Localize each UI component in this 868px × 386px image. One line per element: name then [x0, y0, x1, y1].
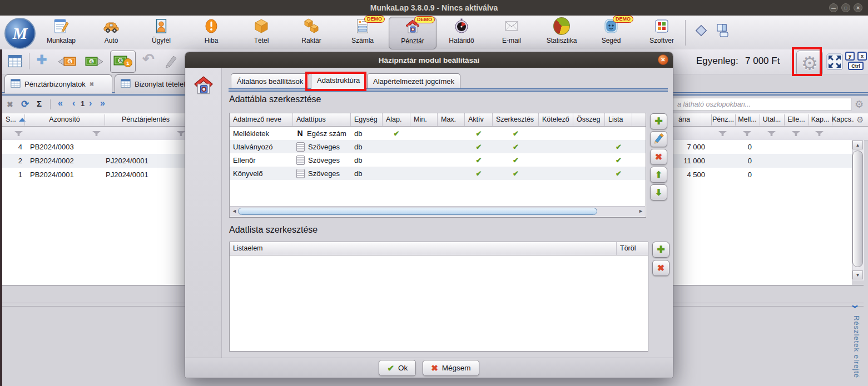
- toolbar-item-ugyfel[interactable]: Ügyfél: [138, 17, 185, 48]
- tab-penztarbizonylatok[interactable]: Pénztárbizonylatok ✖: [4, 74, 112, 93]
- dt-col-header[interactable]: Összeg: [573, 113, 605, 126]
- list-col-header[interactable]: Töröl: [617, 242, 648, 255]
- toolbar-item-email[interactable]: E-mail: [488, 17, 535, 48]
- toolbar-item-penztar[interactable]: DEMO Pénztár: [389, 17, 437, 49]
- delete-field-button[interactable]: ✖: [650, 149, 667, 165]
- col-header-penz[interactable]: Pénz...: [711, 116, 735, 123]
- dt-col-header[interactable]: Max.: [438, 113, 465, 126]
- toolbar-item-hiba[interactable]: Hiba: [188, 17, 235, 48]
- toolbar-item-raktar[interactable]: Raktár: [288, 17, 335, 48]
- clear-filter-icon[interactable]: ✖: [7, 100, 13, 109]
- dt-col-header[interactable]: Alap.: [383, 113, 410, 126]
- pager-last-icon[interactable]: »: [100, 98, 105, 108]
- dt-col-header[interactable]: Szerkesztés: [493, 113, 539, 126]
- table-icon[interactable]: [8, 54, 22, 71]
- filter-funnel-icon[interactable]: [767, 131, 776, 136]
- col-header-elle[interactable]: Elle...: [784, 116, 809, 123]
- col-header-azonosito[interactable]: Azonosító: [24, 116, 105, 123]
- svg-text:$: $: [119, 58, 122, 63]
- plus-icon: ✚: [657, 244, 664, 255]
- dt-col-header[interactable]: Aktív: [465, 113, 493, 126]
- toolbar-item-szamla[interactable]: DEMO Számla: [339, 17, 386, 48]
- filter-funnel-icon[interactable]: [743, 131, 751, 136]
- scroll-down-icon[interactable]: ▼: [852, 270, 863, 279]
- pager-next-icon[interactable]: ›: [89, 98, 92, 108]
- dialog-close-icon[interactable]: ✕: [658, 54, 668, 65]
- tab-close-icon[interactable]: ✖: [90, 81, 94, 87]
- column-search-input[interactable]: [672, 98, 851, 111]
- fullscreen-icon[interactable]: [826, 53, 843, 72]
- car-icon: [103, 17, 120, 36]
- move-down-button[interactable]: ⬇: [650, 184, 667, 200]
- toolbar-item-auto[interactable]: Autó: [88, 17, 135, 48]
- col-header-kap[interactable]: Kap...: [809, 116, 832, 123]
- column-settings-gear-icon[interactable]: ⚙: [856, 115, 864, 125]
- filter-funnel-icon[interactable]: [792, 131, 800, 136]
- filter-funnel-icon[interactable]: [14, 131, 23, 136]
- filter-funnel-icon[interactable]: [718, 131, 727, 136]
- sum-icon[interactable]: Σ: [37, 99, 42, 108]
- toolbar-item-seged[interactable]: DEMO Segéd: [588, 17, 634, 48]
- cash-report-button[interactable]: $1: [110, 51, 136, 73]
- money-in-icon[interactable]: $: [57, 53, 78, 72]
- diamond-icon[interactable]: [694, 23, 708, 40]
- deadline-clock-icon: [453, 17, 470, 36]
- toolbar-item-tetel[interactable]: Tétel: [238, 17, 285, 48]
- dt-col-header[interactable]: Lista: [605, 113, 632, 126]
- dialog-tab-jogcimek[interactable]: Alapértelmezett jogcímek: [367, 73, 460, 88]
- filter-funnel-icon[interactable]: [177, 131, 185, 136]
- scrollbar-thumb[interactable]: [238, 208, 597, 215]
- dt-col-header[interactable]: Adatmező neve: [230, 113, 293, 126]
- refresh-icon[interactable]: ⟳: [21, 98, 29, 110]
- dt-col-header[interactable]: Egység: [351, 113, 383, 126]
- toolbar-item-hatarido[interactable]: Határidő: [438, 17, 485, 48]
- layout-panels-icon[interactable]: [715, 23, 731, 41]
- pager-prev-icon[interactable]: ‹: [72, 98, 75, 108]
- filter-funnel-icon[interactable]: [815, 131, 824, 136]
- scroll-up-icon[interactable]: ▲: [852, 141, 863, 149]
- close-icon[interactable]: ✕: [854, 3, 862, 12]
- field-row-utalvanyozo[interactable]: Utalványozó Szöveges db ✔ ✔ ✔: [230, 140, 646, 153]
- move-up-button[interactable]: ⬆: [650, 167, 667, 183]
- minimize-icon[interactable]: —: [829, 3, 838, 12]
- check-icon: ✔: [493, 153, 539, 167]
- field-row-konyvelo[interactable]: Könyvelő Szöveges db ✔ ✔ ✔: [230, 167, 646, 180]
- pager-first-icon[interactable]: «: [58, 98, 63, 108]
- money-out-icon[interactable]: $: [83, 53, 105, 72]
- add-field-button[interactable]: ✚: [650, 113, 667, 129]
- col-header-penztarjelentes[interactable]: Pénztárjelentés: [105, 116, 187, 123]
- col-header-kapcs[interactable]: Kapcs...: [832, 116, 854, 123]
- col-header-mell[interactable]: Mell...: [735, 116, 760, 123]
- chevron-down-icon[interactable]: ⌄: [849, 300, 860, 310]
- search-gear-icon[interactable]: ⚙: [855, 98, 864, 111]
- dialog-tab-altalanos[interactable]: Általános beállítások: [231, 73, 309, 88]
- dt-col-header[interactable]: Adattípus: [293, 113, 351, 126]
- filter-funnel-icon[interactable]: [92, 131, 101, 136]
- horizontal-scrollbar[interactable]: ◄ ►: [230, 206, 645, 217]
- scroll-right-icon[interactable]: ►: [638, 208, 643, 214]
- dt-col-header[interactable]: Min.: [410, 113, 438, 126]
- toolbar-item-szoftver[interactable]: Szoftver: [638, 17, 685, 48]
- ok-button[interactable]: ✔ Ok: [379, 360, 416, 376]
- hide-details-toggle[interactable]: Részletek elrejté: [852, 315, 861, 386]
- col-header-sorszam[interactable]: S...: [6, 116, 20, 123]
- toolbar-item-statisztika[interactable]: Statisztika: [538, 17, 585, 48]
- cancel-button[interactable]: ✖ Mégsem: [423, 360, 479, 376]
- maximize-icon[interactable]: □: [841, 3, 850, 12]
- field-row-mellekletek[interactable]: Mellékletek NEgész szám db ✔ ✔ ✔: [230, 127, 646, 140]
- section-title-adatlista: Adatlista szerkesztése: [229, 225, 318, 235]
- field-row-ellenor[interactable]: Ellenőr Szöveges db ✔ ✔ ✔: [230, 153, 646, 167]
- add-list-item-button[interactable]: ✚: [652, 242, 669, 258]
- dt-col-header[interactable]: Kötelező: [539, 113, 573, 126]
- edit-field-button[interactable]: [650, 131, 667, 147]
- delete-list-item-button[interactable]: ✖: [652, 260, 669, 276]
- col-header-ana[interactable]: ána: [677, 116, 712, 123]
- col-header-utal[interactable]: Utal...: [760, 116, 784, 123]
- toolbar-item-munkalap[interactable]: Munkalap: [38, 17, 85, 48]
- scroll-left-icon[interactable]: ◄: [232, 208, 237, 214]
- add-icon[interactable]: ✚: [37, 53, 47, 67]
- scrollbar-thumb[interactable]: [852, 151, 863, 267]
- app-logo[interactable]: M: [4, 18, 36, 49]
- check-icon: ✔: [605, 140, 632, 153]
- list-col-header[interactable]: Listaelem: [230, 242, 617, 255]
